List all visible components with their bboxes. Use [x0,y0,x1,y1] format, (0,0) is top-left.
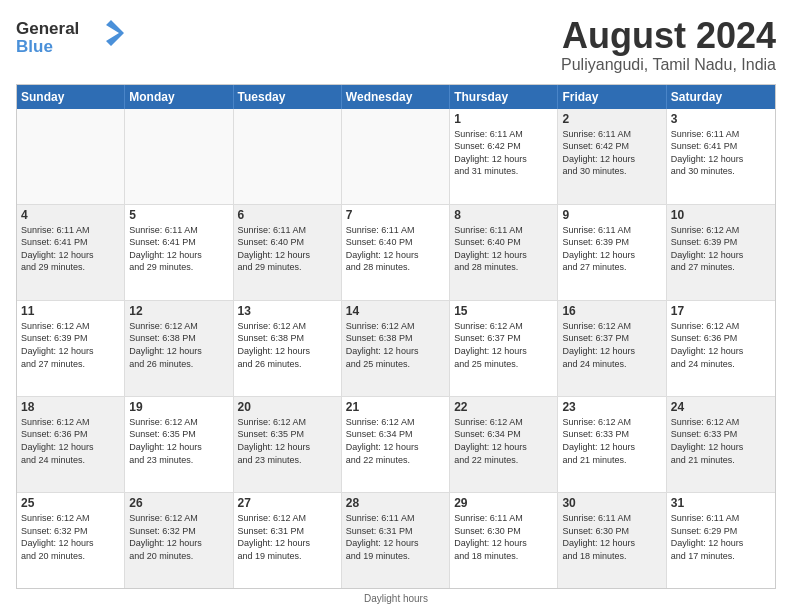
cal-cell-1-0: 4Sunrise: 6:11 AMSunset: 6:41 PMDaylight… [17,205,125,300]
footer-note: Daylight hours [16,589,776,604]
day-info-16: Sunrise: 6:12 AMSunset: 6:37 PMDaylight:… [562,320,661,370]
day-number-1: 1 [454,112,553,126]
cal-cell-2-1: 12Sunrise: 6:12 AMSunset: 6:38 PMDayligh… [125,301,233,396]
calendar: SundayMondayTuesdayWednesdayThursdayFrid… [16,84,776,589]
cal-cell-0-2 [234,109,342,204]
cal-row-2: 11Sunrise: 6:12 AMSunset: 6:39 PMDayligh… [17,301,775,397]
cal-cell-4-4: 29Sunrise: 6:11 AMSunset: 6:30 PMDayligh… [450,493,558,588]
day-info-14: Sunrise: 6:12 AMSunset: 6:38 PMDaylight:… [346,320,445,370]
calendar-body: 1Sunrise: 6:11 AMSunset: 6:42 PMDaylight… [17,109,775,588]
day-number-28: 28 [346,496,445,510]
day-number-13: 13 [238,304,337,318]
day-number-16: 16 [562,304,661,318]
day-info-5: Sunrise: 6:11 AMSunset: 6:41 PMDaylight:… [129,224,228,274]
day-number-23: 23 [562,400,661,414]
logo-svg: General Blue [16,16,126,60]
cal-cell-2-3: 14Sunrise: 6:12 AMSunset: 6:38 PMDayligh… [342,301,450,396]
cal-cell-3-1: 19Sunrise: 6:12 AMSunset: 6:35 PMDayligh… [125,397,233,492]
page: General Blue August 2024 Puliyangudi, Ta… [0,0,792,612]
day-info-12: Sunrise: 6:12 AMSunset: 6:38 PMDaylight:… [129,320,228,370]
day-number-8: 8 [454,208,553,222]
day-info-9: Sunrise: 6:11 AMSunset: 6:39 PMDaylight:… [562,224,661,274]
day-info-11: Sunrise: 6:12 AMSunset: 6:39 PMDaylight:… [21,320,120,370]
cal-cell-4-0: 25Sunrise: 6:12 AMSunset: 6:32 PMDayligh… [17,493,125,588]
day-number-11: 11 [21,304,120,318]
svg-marker-2 [106,20,124,46]
day-number-2: 2 [562,112,661,126]
day-number-27: 27 [238,496,337,510]
cal-cell-3-4: 22Sunrise: 6:12 AMSunset: 6:34 PMDayligh… [450,397,558,492]
day-number-7: 7 [346,208,445,222]
day-info-7: Sunrise: 6:11 AMSunset: 6:40 PMDaylight:… [346,224,445,274]
day-info-23: Sunrise: 6:12 AMSunset: 6:33 PMDaylight:… [562,416,661,466]
day-info-21: Sunrise: 6:12 AMSunset: 6:34 PMDaylight:… [346,416,445,466]
day-number-21: 21 [346,400,445,414]
day-info-22: Sunrise: 6:12 AMSunset: 6:34 PMDaylight:… [454,416,553,466]
cal-cell-0-5: 2Sunrise: 6:11 AMSunset: 6:42 PMDaylight… [558,109,666,204]
day-number-12: 12 [129,304,228,318]
day-info-6: Sunrise: 6:11 AMSunset: 6:40 PMDaylight:… [238,224,337,274]
cal-cell-1-3: 7Sunrise: 6:11 AMSunset: 6:40 PMDaylight… [342,205,450,300]
header-cell-wednesday: Wednesday [342,85,450,109]
header-cell-tuesday: Tuesday [234,85,342,109]
day-info-15: Sunrise: 6:12 AMSunset: 6:37 PMDaylight:… [454,320,553,370]
cal-cell-1-5: 9Sunrise: 6:11 AMSunset: 6:39 PMDaylight… [558,205,666,300]
day-number-20: 20 [238,400,337,414]
cal-row-0: 1Sunrise: 6:11 AMSunset: 6:42 PMDaylight… [17,109,775,205]
day-info-3: Sunrise: 6:11 AMSunset: 6:41 PMDaylight:… [671,128,771,178]
cal-cell-4-1: 26Sunrise: 6:12 AMSunset: 6:32 PMDayligh… [125,493,233,588]
svg-text:Blue: Blue [16,37,53,56]
day-info-1: Sunrise: 6:11 AMSunset: 6:42 PMDaylight:… [454,128,553,178]
header-cell-saturday: Saturday [667,85,775,109]
cal-cell-3-0: 18Sunrise: 6:12 AMSunset: 6:36 PMDayligh… [17,397,125,492]
day-info-28: Sunrise: 6:11 AMSunset: 6:31 PMDaylight:… [346,512,445,562]
day-number-10: 10 [671,208,771,222]
day-info-24: Sunrise: 6:12 AMSunset: 6:33 PMDaylight:… [671,416,771,466]
day-info-25: Sunrise: 6:12 AMSunset: 6:32 PMDaylight:… [21,512,120,562]
day-info-27: Sunrise: 6:12 AMSunset: 6:31 PMDaylight:… [238,512,337,562]
cal-row-1: 4Sunrise: 6:11 AMSunset: 6:41 PMDaylight… [17,205,775,301]
day-info-2: Sunrise: 6:11 AMSunset: 6:42 PMDaylight:… [562,128,661,178]
header: General Blue August 2024 Puliyangudi, Ta… [16,16,776,74]
calendar-header: SundayMondayTuesdayWednesdayThursdayFrid… [17,85,775,109]
subtitle: Puliyangudi, Tamil Nadu, India [561,56,776,74]
cal-cell-3-6: 24Sunrise: 6:12 AMSunset: 6:33 PMDayligh… [667,397,775,492]
cal-cell-4-3: 28Sunrise: 6:11 AMSunset: 6:31 PMDayligh… [342,493,450,588]
day-number-15: 15 [454,304,553,318]
header-cell-sunday: Sunday [17,85,125,109]
day-info-10: Sunrise: 6:12 AMSunset: 6:39 PMDaylight:… [671,224,771,274]
cal-cell-1-1: 5Sunrise: 6:11 AMSunset: 6:41 PMDaylight… [125,205,233,300]
header-cell-monday: Monday [125,85,233,109]
day-info-30: Sunrise: 6:11 AMSunset: 6:30 PMDaylight:… [562,512,661,562]
header-cell-friday: Friday [558,85,666,109]
cal-row-3: 18Sunrise: 6:12 AMSunset: 6:36 PMDayligh… [17,397,775,493]
day-info-13: Sunrise: 6:12 AMSunset: 6:38 PMDaylight:… [238,320,337,370]
logo: General Blue [16,16,126,60]
day-number-19: 19 [129,400,228,414]
day-info-26: Sunrise: 6:12 AMSunset: 6:32 PMDaylight:… [129,512,228,562]
day-info-4: Sunrise: 6:11 AMSunset: 6:41 PMDaylight:… [21,224,120,274]
day-number-30: 30 [562,496,661,510]
day-number-3: 3 [671,112,771,126]
day-number-29: 29 [454,496,553,510]
cal-cell-0-0 [17,109,125,204]
day-number-17: 17 [671,304,771,318]
day-number-18: 18 [21,400,120,414]
day-number-31: 31 [671,496,771,510]
cal-cell-2-6: 17Sunrise: 6:12 AMSunset: 6:36 PMDayligh… [667,301,775,396]
day-number-22: 22 [454,400,553,414]
header-cell-thursday: Thursday [450,85,558,109]
cal-cell-4-5: 30Sunrise: 6:11 AMSunset: 6:30 PMDayligh… [558,493,666,588]
day-info-8: Sunrise: 6:11 AMSunset: 6:40 PMDaylight:… [454,224,553,274]
day-number-24: 24 [671,400,771,414]
cal-cell-0-1 [125,109,233,204]
day-info-19: Sunrise: 6:12 AMSunset: 6:35 PMDaylight:… [129,416,228,466]
day-info-31: Sunrise: 6:11 AMSunset: 6:29 PMDaylight:… [671,512,771,562]
day-info-18: Sunrise: 6:12 AMSunset: 6:36 PMDaylight:… [21,416,120,466]
cal-row-4: 25Sunrise: 6:12 AMSunset: 6:32 PMDayligh… [17,493,775,588]
main-title: August 2024 [561,16,776,56]
cal-cell-0-6: 3Sunrise: 6:11 AMSunset: 6:41 PMDaylight… [667,109,775,204]
svg-text:General: General [16,19,79,38]
cal-cell-4-2: 27Sunrise: 6:12 AMSunset: 6:31 PMDayligh… [234,493,342,588]
day-number-9: 9 [562,208,661,222]
